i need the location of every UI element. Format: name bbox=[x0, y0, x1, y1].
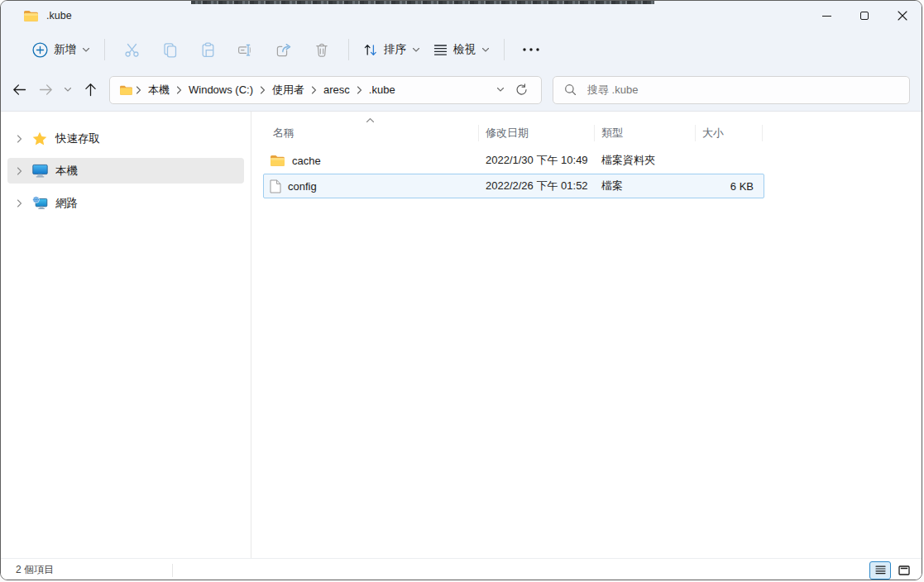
view-label: 檢視 bbox=[453, 42, 476, 57]
toolbar-separator bbox=[348, 39, 349, 60]
maximize-button[interactable] bbox=[845, 1, 883, 31]
explorer-body: 快速存取 本機 bbox=[1, 112, 922, 558]
breadcrumb-item-current[interactable]: .kube bbox=[365, 83, 400, 96]
back-button[interactable] bbox=[6, 77, 32, 103]
name-cell: cache bbox=[264, 154, 479, 167]
forward-icon bbox=[39, 83, 53, 96]
sidebar-item-label: 本機 bbox=[55, 164, 78, 179]
file-list: 名稱 修改日期 類型 大小 cache bbox=[263, 117, 764, 198]
new-plus-icon bbox=[32, 42, 48, 58]
back-icon bbox=[12, 83, 26, 96]
expand-chevron-icon[interactable] bbox=[12, 199, 26, 208]
sidebar-item-network[interactable]: 網路 bbox=[7, 190, 244, 216]
column-header-size[interactable]: 大小 bbox=[695, 125, 763, 141]
refresh-button[interactable] bbox=[510, 80, 533, 100]
close-icon bbox=[898, 11, 907, 21]
sort-button[interactable]: 排序 bbox=[357, 35, 427, 64]
breadcrumb-item[interactable]: aresc bbox=[319, 83, 354, 96]
details-view-icon bbox=[875, 565, 886, 575]
breadcrumb-chevron-icon bbox=[260, 86, 266, 94]
cut-icon bbox=[124, 42, 140, 58]
expand-chevron-icon[interactable] bbox=[12, 167, 26, 175]
window-title: .kube bbox=[46, 10, 72, 21]
file-explorer-window: .kube 新增 bbox=[0, 0, 922, 580]
minimize-icon bbox=[822, 16, 831, 17]
recent-locations-button[interactable] bbox=[59, 77, 77, 103]
file-row-config[interactable]: config 2022/2/26 下午 01:52 檔案 6 KB bbox=[263, 174, 764, 198]
breadcrumb-item[interactable]: 使用者 bbox=[268, 83, 309, 98]
copy-button[interactable] bbox=[151, 35, 189, 64]
folder-icon bbox=[23, 9, 39, 22]
item-count: 2 個項目 bbox=[16, 563, 54, 577]
view-toggles bbox=[869, 561, 915, 580]
breadcrumb-chevron-icon bbox=[176, 86, 182, 94]
sidebar-item-this-pc[interactable]: 本機 bbox=[7, 158, 244, 184]
share-button[interactable] bbox=[265, 35, 303, 64]
minimize-button[interactable] bbox=[807, 1, 845, 31]
ellipsis-icon bbox=[522, 47, 540, 52]
file-icon bbox=[270, 179, 281, 193]
navigation-pane: 快速存取 本機 bbox=[1, 112, 251, 558]
sort-ascending-caret-icon bbox=[366, 117, 375, 123]
file-name: cache bbox=[292, 155, 321, 167]
toolbar-separator bbox=[504, 39, 505, 60]
details-view-toggle[interactable] bbox=[869, 561, 891, 580]
folder-icon bbox=[270, 154, 285, 167]
chevron-down-icon bbox=[496, 87, 505, 93]
up-icon bbox=[84, 83, 97, 97]
sidebar-item-label: 網路 bbox=[55, 196, 78, 211]
file-type: 檔案 bbox=[595, 179, 696, 193]
toolbar-separator bbox=[104, 39, 105, 60]
see-more-button[interactable] bbox=[512, 35, 550, 64]
monitor-icon bbox=[31, 164, 49, 178]
search-icon bbox=[564, 83, 577, 96]
search-box[interactable] bbox=[553, 76, 910, 104]
column-header-type[interactable]: 類型 bbox=[594, 125, 695, 141]
breadcrumb-chevron-icon bbox=[311, 86, 317, 94]
screen-edge-artifact bbox=[191, 1, 654, 4]
file-name: config bbox=[288, 180, 317, 193]
sidebar-item-label: 快速存取 bbox=[55, 131, 100, 146]
large-icons-view-toggle[interactable] bbox=[893, 561, 915, 580]
file-type: 檔案資料夾 bbox=[595, 153, 696, 168]
chevron-down-icon bbox=[412, 47, 420, 53]
breadcrumb-chevron-icon bbox=[357, 86, 362, 94]
up-button[interactable] bbox=[77, 77, 103, 103]
chevron-down-icon bbox=[82, 47, 90, 53]
new-button[interactable]: 新增 bbox=[26, 35, 97, 64]
maximize-icon bbox=[860, 12, 869, 20]
forward-button[interactable] bbox=[32, 77, 59, 103]
paste-button[interactable] bbox=[189, 35, 227, 64]
column-header-modified[interactable]: 修改日期 bbox=[478, 125, 594, 141]
column-headers: 名稱 修改日期 類型 大小 bbox=[263, 123, 764, 143]
paste-icon bbox=[200, 42, 216, 58]
delete-button[interactable] bbox=[303, 35, 341, 64]
name-cell: config bbox=[264, 179, 479, 193]
address-bar[interactable]: 本機 Windows (C:) 使用者 aresc .kube bbox=[109, 76, 542, 104]
expand-chevron-icon[interactable] bbox=[12, 135, 26, 143]
network-icon bbox=[31, 196, 49, 210]
rename-icon bbox=[237, 42, 254, 58]
search-input[interactable] bbox=[586, 83, 899, 97]
address-dropdown-button[interactable] bbox=[491, 80, 510, 100]
rename-button[interactable] bbox=[227, 35, 265, 64]
breadcrumb-item[interactable]: 本機 bbox=[144, 83, 174, 98]
address-bar-row: 本機 Windows (C:) 使用者 aresc .kube bbox=[1, 69, 922, 112]
sidebar-item-quick-access[interactable]: 快速存取 bbox=[7, 126, 244, 151]
status-bar: 2 個項目 bbox=[1, 558, 922, 580]
file-row-cache[interactable]: cache 2022/1/30 下午 10:49 檔案資料夾 bbox=[263, 148, 764, 173]
address-folder-icon bbox=[119, 84, 133, 96]
view-button[interactable]: 檢視 bbox=[427, 35, 496, 64]
close-button[interactable] bbox=[883, 1, 922, 31]
star-icon bbox=[31, 131, 49, 146]
column-header-name[interactable]: 名稱 bbox=[263, 125, 478, 141]
window-controls bbox=[807, 1, 922, 31]
new-label: 新增 bbox=[54, 42, 76, 57]
command-toolbar: 新增 bbox=[1, 31, 922, 69]
share-icon bbox=[275, 42, 292, 58]
file-list-pane: 名稱 修改日期 類型 大小 cache bbox=[251, 112, 922, 558]
cut-button[interactable] bbox=[113, 35, 151, 64]
file-modified-date: 2022/2/26 下午 01:52 bbox=[479, 179, 595, 193]
breadcrumb-item[interactable]: Windows (C:) bbox=[184, 83, 257, 96]
file-modified-date: 2022/1/30 下午 10:49 bbox=[479, 153, 595, 168]
